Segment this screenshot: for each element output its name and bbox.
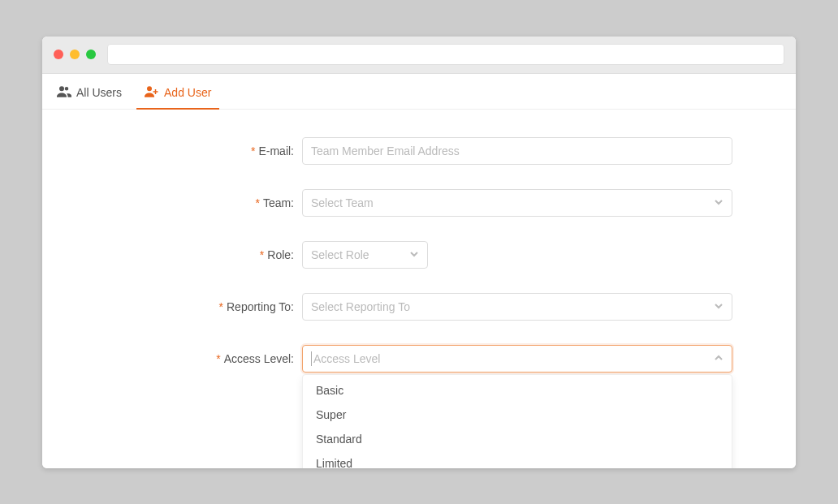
required-marker: * [251, 144, 255, 157]
email-placeholder: Team Member Email Address [311, 144, 460, 157]
reporting-to-select[interactable]: Select Reporting To [302, 293, 732, 321]
access-level-select[interactable]: Access Level [302, 345, 732, 373]
window-minimize-button[interactable] [70, 50, 80, 59]
tab-all-users[interactable]: All Users [57, 85, 122, 109]
access-level-placeholder: Access Level [313, 352, 380, 365]
users-icon [57, 85, 71, 101]
row-access-level: *Access Level: Access Level Basic Super … [91, 345, 747, 373]
browser-window: All Users Add User *E-mail: Team Member … [42, 37, 796, 468]
access-level-option-limited[interactable]: Limited [303, 451, 732, 468]
role-placeholder: Select Role [311, 248, 369, 261]
chevron-down-icon [714, 300, 724, 313]
access-level-option-super[interactable]: Super [303, 403, 732, 427]
required-marker: * [216, 352, 220, 365]
window-controls [54, 50, 96, 59]
email-label: *E-mail: [91, 144, 302, 157]
tab-add-user-label: Add User [164, 86, 211, 99]
reporting-to-label: *Reporting To: [91, 300, 302, 313]
chevron-down-icon [714, 196, 724, 209]
access-level-dropdown: Basic Super Standard Limited [302, 374, 732, 468]
access-level-label: *Access Level: [91, 352, 302, 365]
email-field[interactable]: Team Member Email Address [302, 137, 732, 165]
access-level-option-standard[interactable]: Standard [303, 427, 732, 451]
tab-all-users-label: All Users [76, 86, 122, 99]
row-email: *E-mail: Team Member Email Address [91, 137, 747, 165]
content-area: All Users Add User *E-mail: Team Member … [42, 74, 796, 468]
chevron-up-icon [714, 352, 724, 365]
text-cursor [311, 351, 312, 366]
tab-add-user[interactable]: Add User [145, 85, 211, 109]
add-user-form: *E-mail: Team Member Email Address *Team… [42, 110, 796, 433]
tab-bar: All Users Add User [42, 74, 796, 110]
team-label: *Team: [91, 196, 302, 209]
browser-chrome [42, 37, 796, 74]
row-role: *Role: Select Role [91, 241, 747, 269]
chevron-down-icon [409, 248, 419, 261]
window-maximize-button[interactable] [86, 50, 96, 59]
add-user-icon [145, 85, 159, 101]
reporting-to-placeholder: Select Reporting To [311, 300, 410, 313]
role-label: *Role: [91, 248, 302, 261]
required-marker: * [260, 248, 264, 261]
access-level-option-basic[interactable]: Basic [303, 378, 732, 403]
team-placeholder: Select Team [311, 196, 374, 209]
role-select[interactable]: Select Role [302, 241, 428, 269]
required-marker: * [219, 300, 223, 313]
row-team: *Team: Select Team [91, 189, 747, 217]
url-bar[interactable] [107, 44, 784, 65]
team-select[interactable]: Select Team [302, 189, 732, 217]
window-close-button[interactable] [54, 50, 63, 59]
required-marker: * [255, 196, 259, 209]
row-reporting-to: *Reporting To: Select Reporting To [91, 293, 747, 321]
